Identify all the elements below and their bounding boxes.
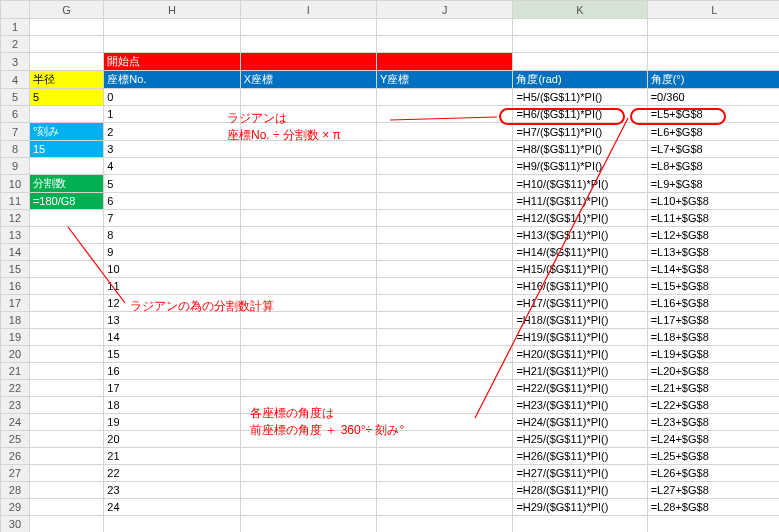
cell[interactable]: =H28/($G$11)*PI() <box>513 482 647 499</box>
cell[interactable] <box>29 210 103 227</box>
cell[interactable] <box>377 106 513 123</box>
row-header[interactable]: 10 <box>1 175 30 193</box>
col-header-J[interactable]: J <box>377 1 513 19</box>
cell[interactable] <box>647 19 779 36</box>
cell[interactable]: 9 <box>104 244 240 261</box>
cell[interactable]: 5 <box>104 175 240 193</box>
cell-header-coordno[interactable]: 座標No. <box>104 71 240 89</box>
cell[interactable]: 21 <box>104 448 240 465</box>
cell[interactable]: =H10/($G$11)*PI() <box>513 175 647 193</box>
cell[interactable] <box>240 53 376 71</box>
cell[interactable]: =L13+$G$8 <box>647 244 779 261</box>
cell[interactable] <box>377 346 513 363</box>
cell[interactable]: 19 <box>104 414 240 431</box>
cell[interactable]: =H18/($G$11)*PI() <box>513 312 647 329</box>
cell[interactable] <box>377 465 513 482</box>
row-header[interactable]: 7 <box>1 123 30 141</box>
cell-step-value[interactable]: 15 <box>29 141 103 158</box>
cell[interactable] <box>377 295 513 312</box>
cell[interactable]: 2 <box>104 123 240 141</box>
cell[interactable]: =H7/($G$11)*PI() <box>513 123 647 141</box>
cell[interactable] <box>377 175 513 193</box>
col-header-H[interactable]: H <box>104 1 240 19</box>
row-header[interactable]: 2 <box>1 36 30 53</box>
cell[interactable]: =L19+$G$8 <box>647 346 779 363</box>
cell[interactable] <box>104 19 240 36</box>
cell[interactable] <box>104 36 240 53</box>
row-header[interactable]: 23 <box>1 397 30 414</box>
cell[interactable]: =L8+$G$8 <box>647 158 779 175</box>
cell[interactable]: =L16+$G$8 <box>647 295 779 312</box>
cell[interactable] <box>377 516 513 533</box>
cell-header-angle-rad[interactable]: 角度(rad) <box>513 71 647 89</box>
cell[interactable] <box>377 482 513 499</box>
cell[interactable] <box>29 431 103 448</box>
cell[interactable]: =L22+$G$8 <box>647 397 779 414</box>
row-header[interactable]: 8 <box>1 141 30 158</box>
cell[interactable]: =L15+$G$8 <box>647 278 779 295</box>
cell[interactable] <box>240 261 376 278</box>
cell[interactable]: =H16/($G$11)*PI() <box>513 278 647 295</box>
cell[interactable]: =L17+$G$8 <box>647 312 779 329</box>
col-header-K[interactable]: K <box>513 1 647 19</box>
cell[interactable] <box>29 414 103 431</box>
cell[interactable] <box>240 175 376 193</box>
cell[interactable]: =L23+$G$8 <box>647 414 779 431</box>
cell[interactable]: =L18+$G$8 <box>647 329 779 346</box>
cell[interactable]: 3 <box>104 141 240 158</box>
cell[interactable] <box>377 227 513 244</box>
cell-radius-label[interactable]: 半径 <box>29 71 103 89</box>
row-header[interactable]: 3 <box>1 53 30 71</box>
cell[interactable]: =L9+$G$8 <box>647 175 779 193</box>
row-header[interactable]: 27 <box>1 465 30 482</box>
cell[interactable] <box>240 499 376 516</box>
cell[interactable]: =H12/($G$11)*PI() <box>513 210 647 227</box>
cell[interactable]: =L7+$G$8 <box>647 141 779 158</box>
cell[interactable]: =H24/($G$11)*PI() <box>513 414 647 431</box>
cell-start-point[interactable]: 開始点 <box>104 53 240 71</box>
cell[interactable] <box>377 89 513 106</box>
row-header[interactable]: 21 <box>1 363 30 380</box>
cell-div-label[interactable]: 分割数 <box>29 175 103 193</box>
row-header[interactable]: 5 <box>1 89 30 106</box>
cell[interactable] <box>29 244 103 261</box>
cell-radius-value[interactable]: 5 <box>29 89 103 106</box>
cell[interactable]: =L14+$G$8 <box>647 261 779 278</box>
cell[interactable] <box>29 295 103 312</box>
cell[interactable] <box>29 380 103 397</box>
cell[interactable]: 1 <box>104 106 240 123</box>
row-header[interactable]: 12 <box>1 210 30 227</box>
cell[interactable] <box>377 329 513 346</box>
row-header[interactable]: 25 <box>1 431 30 448</box>
cell[interactable] <box>29 53 103 71</box>
cell[interactable]: =H5/($G$11)*PI() <box>513 89 647 106</box>
cell[interactable] <box>240 89 376 106</box>
cell[interactable]: 10 <box>104 261 240 278</box>
cell[interactable] <box>240 329 376 346</box>
cell[interactable]: =L12+$G$8 <box>647 227 779 244</box>
cell[interactable]: =L6+$G$8 <box>647 123 779 141</box>
cell[interactable]: 14 <box>104 329 240 346</box>
row-header[interactable]: 13 <box>1 227 30 244</box>
cell[interactable] <box>240 19 376 36</box>
cell[interactable]: =H20/($G$11)*PI() <box>513 346 647 363</box>
row-header[interactable]: 1 <box>1 19 30 36</box>
cell[interactable] <box>104 516 240 533</box>
cell[interactable]: =L27+$G$8 <box>647 482 779 499</box>
cell[interactable]: =H21/($G$11)*PI() <box>513 363 647 380</box>
cell[interactable]: 11 <box>104 278 240 295</box>
cell[interactable] <box>29 465 103 482</box>
cell[interactable] <box>29 448 103 465</box>
row-header[interactable]: 17 <box>1 295 30 312</box>
cell[interactable] <box>377 193 513 210</box>
cell[interactable] <box>29 158 103 175</box>
cell[interactable]: =L26+$G$8 <box>647 465 779 482</box>
cell[interactable] <box>29 261 103 278</box>
col-header-G[interactable]: G <box>29 1 103 19</box>
cell[interactable]: 8 <box>104 227 240 244</box>
row-header[interactable]: 26 <box>1 448 30 465</box>
cell[interactable] <box>29 106 103 123</box>
col-header-I[interactable]: I <box>240 1 376 19</box>
cell[interactable] <box>377 363 513 380</box>
cell[interactable]: =L20+$G$8 <box>647 363 779 380</box>
